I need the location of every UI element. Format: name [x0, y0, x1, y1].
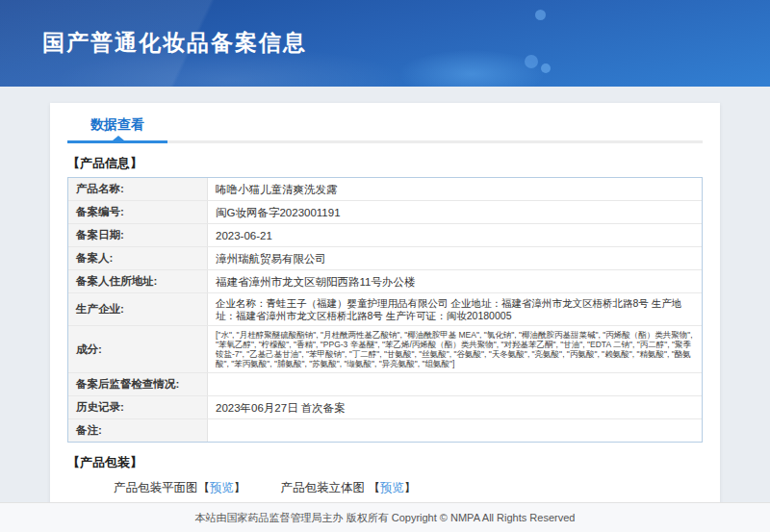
page: 国产普通化妆品备案信息 数据查看 【产品信息】 产品名称: 咘噜小猫儿童清爽洗发…: [0, 0, 770, 532]
banner-decoration: [399, 50, 544, 87]
row-label: 生产企业:: [68, 293, 208, 325]
bracket-close: 】: [404, 481, 417, 494]
packaging-flat-label: 产品包装平面图: [114, 481, 198, 494]
table-row-registration-number: 备案编号: 闽G妆网备字2023001191: [68, 201, 702, 224]
table-row-history: 历史记录: 2023年06月27日 首次备案: [68, 396, 702, 419]
table-row-product-name: 产品名称: 咘噜小猫儿童清爽洗发露: [68, 178, 702, 201]
row-label: 备案编号:: [68, 201, 208, 223]
section-title-product-info: 【产品信息】: [67, 155, 703, 172]
table-row-supervision: 备案后监督检查情况:: [68, 373, 702, 396]
section-title-packaging: 【产品包装】: [67, 454, 703, 471]
table-row-registration-date: 备案日期: 2023-06-21: [68, 224, 702, 247]
row-label: 备案后监督检查情况:: [68, 373, 208, 395]
tab-bar: 数据查看: [67, 114, 703, 145]
row-label: 备案人:: [68, 247, 208, 269]
bracket-open: 【: [198, 481, 211, 494]
row-value: 漳州瑞航贸易有限公司: [208, 247, 702, 269]
packaging-flat-item: 产品包装平面图【预览】: [114, 480, 246, 496]
banner-decoration-circle: [535, 10, 546, 20]
footer-text: 本站由国家药品监督管理局主办 版权所有 Copyright © NMPA All…: [195, 511, 576, 525]
row-label: 备案人住所地址:: [68, 270, 208, 292]
row-label: 产品名称:: [68, 178, 208, 200]
row-value: 企业名称：青蛙王子（福建）婴童护理用品有限公司 企业地址：福建省漳州市龙文区梧桥…: [208, 293, 702, 325]
packaging-stereo-preview-link[interactable]: 预览: [380, 481, 404, 494]
content-card: 数据查看 【产品信息】 产品名称: 咘噜小猫儿童清爽洗发露 备案编号: 闽G妆网…: [50, 103, 720, 532]
row-value: 2023年06月27日 首次备案: [208, 396, 702, 418]
row-value: 咘噜小猫儿童清爽洗发露: [208, 178, 702, 200]
table-row-registrant: 备案人: 漳州瑞航贸易有限公司: [68, 247, 702, 270]
table-row-registrant-address: 备案人住所地址: 福建省漳州市龙文区朝阳西路11号办公楼: [68, 270, 702, 293]
table-row-ingredients: 成分: ["水", "月桂醇聚醚硫酸酯钠", "月桂酰两性基乙酸钠", "椰油酰…: [68, 326, 702, 373]
banner-decoration-circle: [525, 55, 538, 68]
row-label: 历史记录:: [68, 396, 208, 418]
header-banner: 国产普通化妆品备案信息: [0, 0, 770, 87]
packaging-stereo-item: 产品包装立体图 【预览】: [281, 480, 417, 496]
packaging-links-row: 产品包装平面图【预览】 产品包装立体图 【预览】: [114, 477, 703, 498]
tab-data-view-label: 数据查看: [90, 116, 144, 132]
row-label: 成分:: [68, 326, 208, 372]
table-row-manufacturer: 生产企业: 企业名称：青蛙王子（福建）婴童护理用品有限公司 企业地址：福建省漳州…: [68, 293, 702, 326]
tab-divider: [67, 140, 703, 143]
row-value: 闽G妆网备字2023001191: [208, 201, 702, 223]
packaging-flat-preview-link[interactable]: 预览: [210, 481, 234, 494]
tab-active-indicator: [67, 140, 167, 143]
product-info-table: 产品名称: 咘噜小猫儿童清爽洗发露 备案编号: 闽G妆网备字2023001191…: [67, 177, 703, 443]
tab-pointer-icon: [113, 136, 124, 140]
row-value: [208, 419, 702, 442]
row-label: 备案日期:: [68, 224, 208, 246]
footer: 本站由国家药品监督管理局主办 版权所有 Copyright © NMPA All…: [0, 502, 770, 532]
row-value: 福建省漳州市龙文区朝阳西路11号办公楼: [208, 270, 702, 292]
packaging-stereo-label: 产品包装立体图: [281, 481, 369, 494]
row-value: 2023-06-21: [208, 224, 702, 246]
row-label: 备注:: [68, 419, 208, 442]
table-row-remarks: 备注:: [68, 419, 702, 442]
row-value: ["水", "月桂醇聚醚硫酸酯钠", "月桂酰两性基乙酸钠", "椰油酰胺甲基 …: [208, 326, 702, 372]
banner-decoration-circle: [541, 63, 551, 73]
bracket-open: 【: [368, 481, 380, 494]
row-value: [208, 373, 702, 395]
bracket-close: 】: [234, 481, 246, 494]
tab-data-view[interactable]: 数据查看: [67, 114, 167, 134]
page-title: 国产普通化妆品备案信息: [42, 28, 307, 58]
